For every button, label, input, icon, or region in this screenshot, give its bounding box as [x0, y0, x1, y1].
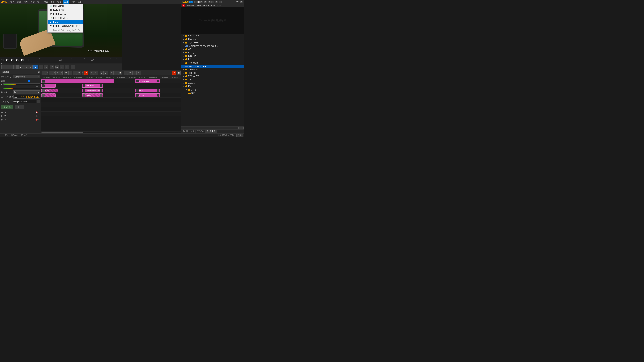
menu-tools[interactable]: 工具 [63, 0, 70, 4]
menu-clip[interactable]: 素材 [29, 0, 36, 4]
track-4a-solo[interactable]: ≡ [38, 119, 39, 121]
tl-copy-btn[interactable]: ⊡ [68, 71, 72, 75]
tl-close-btn[interactable]: ✕ [172, 71, 176, 75]
step-fwd-btn[interactable]: |► [39, 65, 43, 69]
fb-btn2[interactable]: ⊡ [208, 0, 211, 3]
folder-datacam[interactable]: ▶ Datacam [182, 37, 244, 41]
tl-info-btn[interactable]: ⊞ [137, 71, 141, 75]
dropdown-subtitle-lib[interactable]: T EDIUS 字幕模板库(Ctrl + F12) [48, 24, 82, 28]
tl-cut-btn[interactable]: ✂ [64, 71, 68, 75]
folder-xf[interactable]: ▶ XF [182, 78, 244, 81]
folder-removable[interactable]: ▼ 可移动媒体 [182, 61, 244, 65]
tl-max-btn[interactable]: ⬜ [176, 71, 180, 75]
start-btn[interactable]: 开始(S) [1, 105, 14, 109]
output-select[interactable]: 轨道 [12, 90, 40, 94]
folder-p2[interactable]: ▶ P2 [182, 58, 244, 61]
folder-mync[interactable]: ▼ Mync [182, 85, 244, 88]
tl-undo-btn[interactable]: ↩ [90, 71, 94, 75]
tl-title-btn[interactable]: T [110, 71, 114, 75]
folder-gf[interactable]: ▶ GF [182, 48, 244, 51]
rew-btn[interactable]: ◄◄ [23, 65, 28, 69]
trim-drop-btn[interactable]: ▼ [14, 65, 16, 69]
folder-title[interactable]: ▶ Title Folder [182, 71, 244, 75]
folder-video[interactable]: 视频 [182, 91, 244, 95]
dropdown-disc-burner[interactable]: 💿 Disc Burner [48, 4, 82, 8]
fb-btn4[interactable]: ⊞ [215, 0, 218, 3]
fb-btn1[interactable]: ⊞ [204, 0, 208, 3]
loop-btn[interactable]: ⇄ [50, 65, 54, 69]
clip-vt-1[interactable]: 63656 [42, 89, 58, 92]
clip-vt-yuran[interactable]: Yuran 原创贴专用贴图 [82, 89, 103, 92]
tl-cursor-drop-btn[interactable]: ▼ [46, 71, 48, 75]
scrub-bar[interactable] [0, 63, 122, 64]
tl-clip-drop-btn[interactable]: ▼ [53, 71, 56, 75]
menu-filter[interactable]: 滤镜 [56, 0, 63, 4]
in-btn[interactable]: ↕| [60, 65, 64, 69]
nav-drop-btn[interactable]: ▼ [200, 0, 203, 3]
track-2a-expand[interactable]: ▶ [1, 111, 3, 113]
folder-all-assets[interactable]: ▼ 所有素材 [182, 88, 244, 91]
step-back-btn[interactable]: ◄| [28, 65, 32, 69]
track-4a-expand[interactable]: ▶ [1, 118, 3, 121]
menu-capture[interactable]: 采集 [49, 0, 56, 4]
export-btn[interactable]: ⇒ [71, 65, 75, 69]
menu-mode[interactable]: 模式 [42, 0, 49, 4]
tl-capture-btn[interactable]: 📷 [118, 71, 122, 75]
track-4a-mute[interactable]: 🔇 [36, 119, 38, 121]
track-2a-mute[interactable]: 🔇 [36, 111, 38, 113]
folder-yuran-volume[interactable]: V:[Yuran-Test-DTS-HD-7.1-BD] [182, 65, 244, 68]
track-3a-expand[interactable]: ▶ [1, 115, 3, 117]
scroll-right-btn[interactable]: ► [241, 127, 244, 129]
menu-edit[interactable]: 编辑 [16, 0, 22, 4]
track-3a-solo[interactable]: ≡ [38, 115, 39, 117]
track-3a-mute[interactable]: 🔇 [36, 115, 38, 117]
scroll-left-btn[interactable]: ◄ [238, 127, 241, 129]
tl-paste-drop-btn[interactable]: ▼ [82, 71, 84, 75]
tab-assets[interactable]: 素材库 [182, 130, 189, 133]
volume-slider[interactable] [12, 81, 40, 81]
timeline-tracks[interactable]: YR-Ratio-large YR-tablet-b1 [41, 79, 181, 131]
fb-zoom-btn[interactable]: ⊡ [240, 0, 243, 3]
tl-ripple-btn[interactable]: ⎯▲ [104, 71, 108, 75]
folder-sony-raw[interactable]: ▶ Sony RAW [182, 68, 244, 71]
hscroll-thumb[interactable] [42, 132, 83, 133]
info-button[interactable]: 信息 [236, 134, 243, 137]
tab-sequence-marks[interactable]: 序列标记 [196, 130, 205, 133]
clip-vb-us5-2[interactable]: YR-US5 [135, 93, 160, 97]
close-btn[interactable]: 关闭 [15, 105, 24, 109]
trim-tool-btn[interactable]: ► [9, 65, 14, 69]
tab-effects[interactable]: 特效 [189, 130, 196, 133]
clip-vt-us5[interactable]: YR-US5 [135, 89, 160, 92]
dropdown-edius-watch[interactable]: ⏱ EDIUS Watch [48, 12, 82, 16]
tl-stretch-btn[interactable]: ⎯ [100, 71, 104, 75]
timeline-hscroll[interactable] [41, 131, 181, 133]
folder-xdcam-ex[interactable]: ▶ XDCAM EX [182, 75, 244, 78]
fb-btn5[interactable]: ☰ [218, 0, 222, 3]
sync-panel-close[interactable]: ✕ [38, 71, 40, 73]
in-out-btn[interactable]: |◄►| [55, 65, 59, 69]
nav-shape-btn[interactable]: ⬜ [198, 0, 200, 3]
tl-audio-btn[interactable]: ⬇ [114, 71, 118, 75]
tl-bin-drop-btn[interactable]: ▼ [60, 71, 62, 75]
folder-infinity[interactable]: ▶ Infinity [182, 51, 244, 54]
menu-help[interactable]: 帮助 [76, 0, 83, 4]
nav-up-btn[interactable]: ▲ [194, 0, 197, 3]
cursor-tool-btn[interactable]: ◄ [1, 65, 6, 69]
out-btn[interactable]: |↕ [64, 65, 69, 69]
dropdown-mync[interactable]: ▶ Mync [48, 20, 82, 24]
folder-k2[interactable]: ▶ K2 (FTP) [182, 54, 244, 58]
clip-vb-us5-1[interactable]: YR-US5 [82, 93, 103, 97]
clip-v2-1[interactable] [42, 79, 114, 83]
tl-paste-btn[interactable]: ⊞ [73, 71, 77, 75]
folder-xdcam[interactable]: ▶ XDCAM [182, 81, 244, 85]
stop-btn[interactable]: ■ [18, 65, 23, 69]
dropdown-mpeg-writer[interactable]: 📝 MPEG TS Writer [48, 16, 82, 20]
cursor-drop-btn[interactable]: ▼ [6, 65, 9, 69]
folder-canon-raw[interactable]: ▶ Canon RAW [182, 34, 244, 37]
tl-bin-btn[interactable]: ⊟ [56, 71, 60, 75]
track-2a-solo[interactable]: ≡ [38, 111, 39, 113]
path-close-btn[interactable]: ✕ [182, 4, 185, 6]
tl-grid-btn[interactable]: ⊞ [124, 71, 128, 75]
clip-vb-1[interactable] [42, 93, 56, 97]
tl-mixer-btn[interactable]: ⊠ [128, 71, 132, 75]
